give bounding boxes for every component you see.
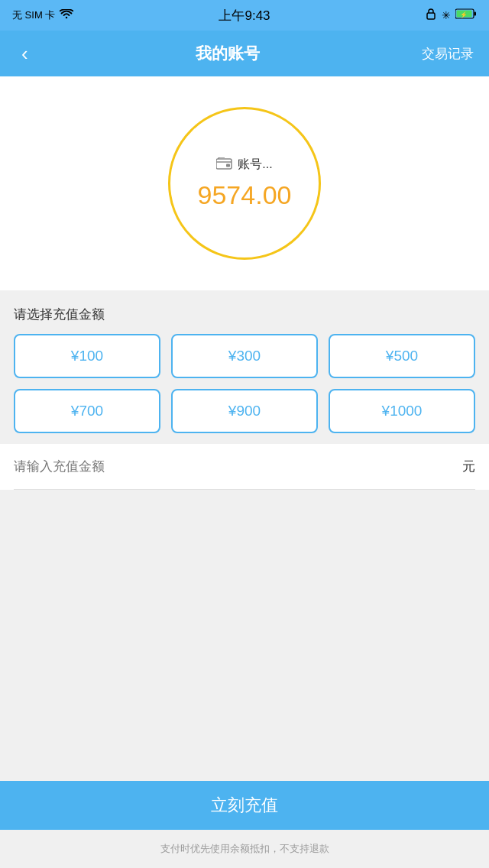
content-section: 请选择充值金额 ¥100¥300¥500¥700¥900¥1000 元 bbox=[0, 290, 489, 643]
battery-icon: ⚡ bbox=[455, 8, 477, 22]
account-circle: 账号... 9574.00 bbox=[168, 107, 321, 260]
amount-button[interactable]: ¥100 bbox=[14, 334, 160, 378]
account-section: 账号... 9574.00 bbox=[0, 76, 489, 290]
svg-rect-6 bbox=[226, 164, 230, 167]
section-title: 请选择充值金额 bbox=[0, 290, 489, 334]
account-name: 账号... bbox=[238, 157, 272, 173]
custom-amount-input[interactable] bbox=[14, 459, 462, 474]
custom-input-wrapper: 元 bbox=[14, 444, 475, 490]
transaction-history-button[interactable]: 交易记录 bbox=[422, 45, 474, 63]
spacer bbox=[0, 490, 489, 643]
recharge-button[interactable]: 立刻充值 bbox=[0, 781, 489, 830]
nav-bar: ‹ 我的账号 交易记录 bbox=[0, 31, 489, 76]
amount-grid: ¥100¥300¥500¥700¥900¥1000 bbox=[0, 334, 489, 444]
account-balance: 9574.00 bbox=[198, 180, 292, 210]
amount-button[interactable]: ¥700 bbox=[14, 389, 160, 433]
amount-button[interactable]: ¥1000 bbox=[329, 389, 475, 433]
custom-input-section: 元 bbox=[0, 444, 489, 490]
status-left: 无 SIM 卡 bbox=[12, 8, 73, 22]
amount-button[interactable]: ¥900 bbox=[171, 389, 318, 433]
svg-rect-3 bbox=[474, 12, 477, 16]
status-bar: 无 SIM 卡 上午9:43 ✳ ⚡ bbox=[0, 0, 489, 31]
svg-rect-0 bbox=[427, 13, 435, 19]
yuan-label: 元 bbox=[462, 458, 475, 475]
wallet-icon bbox=[216, 157, 233, 173]
wifi-icon bbox=[60, 9, 73, 22]
lock-icon bbox=[425, 8, 437, 23]
sim-label: 无 SIM 卡 bbox=[12, 8, 55, 22]
bottom-area: 立刻充值 支付时优先使用余额抵扣，不支持退款 bbox=[0, 781, 489, 868]
back-button[interactable]: ‹ bbox=[15, 39, 34, 69]
disclaimer: 支付时优先使用余额抵扣，不支持退款 bbox=[0, 830, 489, 868]
nav-title: 我的账号 bbox=[196, 43, 260, 64]
account-label: 账号... bbox=[216, 157, 272, 173]
amount-button[interactable]: ¥500 bbox=[329, 334, 475, 378]
amount-button[interactable]: ¥300 bbox=[171, 334, 318, 378]
status-time: 上午9:43 bbox=[219, 7, 270, 24]
svg-text:⚡: ⚡ bbox=[460, 11, 468, 18]
status-right: ✳ ⚡ bbox=[425, 8, 477, 23]
bluetooth-icon: ✳ bbox=[442, 9, 451, 21]
